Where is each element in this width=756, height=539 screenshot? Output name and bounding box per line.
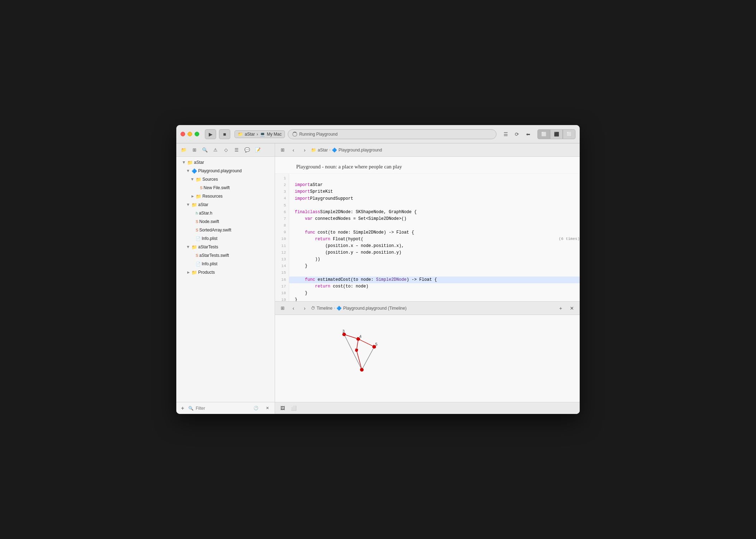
code-line: func cost(to node: Simple2DNode) -> Floa… xyxy=(289,229,580,236)
sidebar: 📁 ⊞ 🔍 ⚠ ◇ ☰ 💬 📝 ▶ 📁 aStar ▶ xyxy=(176,143,275,414)
line-number: 11 xyxy=(275,243,289,249)
filter-input[interactable] xyxy=(196,406,249,411)
maximize-button[interactable] xyxy=(195,132,199,136)
list-icon[interactable]: ☰ xyxy=(501,129,511,139)
sidebar-item-astar-h[interactable]: ▶ h aStar.h xyxy=(176,209,275,217)
breadcrumb-timeline-playground[interactable]: 🔷 Playground.playground (Timeline) xyxy=(336,306,407,311)
sidebar-item-label: aStar xyxy=(194,160,204,165)
timeline-toolbar: ⊞ ‹ › ⏱ Timeline › 🔷 Playground.playgrou… xyxy=(275,302,580,315)
editor-area: ⊞ ‹ › 📁 aStar › 🔷 Playground.playground xyxy=(275,143,580,414)
folder-small-icon: 📁 xyxy=(311,148,316,153)
folder-icon: 📁 xyxy=(196,194,201,199)
arrow-icon: ▶ xyxy=(186,203,190,207)
stop-button[interactable]: ■ xyxy=(219,129,230,139)
line-number: 6 xyxy=(275,209,289,216)
square-view-button[interactable]: ⬜ xyxy=(289,404,298,413)
code-line: } xyxy=(289,263,580,270)
sidebar-item-newfile[interactable]: ▶ S New File.swift xyxy=(176,184,275,192)
sidebar-item-label: SortedArray.swift xyxy=(199,228,231,233)
forward-timeline-icon[interactable]: › xyxy=(300,303,310,313)
svg-point-12 xyxy=(355,349,358,352)
playground-icon: 🔷 xyxy=(336,306,342,311)
filter-icon: 🔍 xyxy=(188,406,194,411)
close-button[interactable] xyxy=(181,132,185,136)
arrow-icon: ▶ xyxy=(190,177,195,181)
titlebar: ▶ ■ 📁 aStar › 💻 My Mac Running Playgroun… xyxy=(176,125,580,143)
sidebar-item-label: New File.swift xyxy=(203,185,230,190)
header-file-icon: h xyxy=(196,211,198,215)
clock-icon[interactable]: 🕐 xyxy=(251,404,261,413)
sidebar-item-astar-tests[interactable]: ▶ 📁 aStarTests xyxy=(176,243,275,251)
svg-line-1 xyxy=(362,347,374,370)
breadcrumb-astar[interactable]: 📁 aStar xyxy=(311,148,328,153)
code-line xyxy=(289,270,580,277)
titlebar-right-controls: ☰ ⟳ ⬅ xyxy=(501,129,533,139)
sidebar-note-icon[interactable]: 📝 xyxy=(253,145,262,155)
sidebar-item-label: aStar xyxy=(198,202,208,207)
image-view-button[interactable]: 🖼 xyxy=(278,404,287,413)
view-right-button[interactable]: ⬜ xyxy=(563,129,575,139)
sidebar-item-sorted-array[interactable]: ▶ S SortedArray.swift xyxy=(176,226,275,234)
back-icon[interactable]: ⬅ xyxy=(523,129,533,139)
minimize-button[interactable] xyxy=(188,132,192,136)
run-button[interactable]: ▶ xyxy=(205,129,216,139)
breadcrumb-timeline[interactable]: ⏱ Timeline xyxy=(311,306,333,311)
main-content: 📁 ⊞ 🔍 ⚠ ◇ ☰ 💬 📝 ▶ 📁 aStar ▶ xyxy=(176,143,580,414)
code-line: )) xyxy=(289,256,580,263)
scheme-selector[interactable]: 📁 aStar › 💻 My Mac xyxy=(234,130,285,138)
code-line: } xyxy=(289,290,580,297)
editor-header-text: Playground - noun: a place where people … xyxy=(275,157,580,174)
sidebar-item-sources[interactable]: ▶ 📁 Sources xyxy=(176,175,275,184)
back-editor-icon[interactable]: ‹ xyxy=(288,145,298,155)
view-center-button[interactable]: ⬛ xyxy=(550,129,563,139)
back-timeline-icon[interactable]: ‹ xyxy=(288,303,298,313)
grid-view-icon[interactable]: ⊞ xyxy=(278,145,287,155)
editor-breadcrumb: 📁 aStar › 🔷 Playground.playground xyxy=(311,148,382,153)
sidebar-item-products[interactable]: ▶ 📁 Products xyxy=(176,268,275,277)
arrow-icon: ▶ xyxy=(186,270,190,274)
timeline-content: 3 4 5 xyxy=(275,315,580,402)
close-pane-icon[interactable]: ✕ xyxy=(567,303,577,313)
sidebar-item-info-plist2[interactable]: ▶ 📄 Info.plist xyxy=(176,260,275,268)
add-pane-icon[interactable]: + xyxy=(556,303,566,313)
sidebar-item-node-swift[interactable]: ▶ S Node.swift xyxy=(176,217,275,226)
refresh-icon[interactable]: ⟳ xyxy=(512,129,522,139)
sidebar-bubble-icon[interactable]: 💬 xyxy=(243,145,252,155)
sidebar-diamond-icon[interactable]: ◇ xyxy=(221,145,231,155)
svg-line-3 xyxy=(358,339,374,347)
sidebar-list-icon[interactable]: ☰ xyxy=(232,145,241,155)
code-line: var connectedNodes = Set<Simple2DNode>() xyxy=(289,216,580,222)
sidebar-folder-icon[interactable]: 📁 xyxy=(179,145,188,155)
svg-text:5: 5 xyxy=(375,342,377,346)
scheme-name: aStar xyxy=(245,132,255,137)
x-icon[interactable]: ✕ xyxy=(263,404,272,413)
breadcrumb-text: Playground.playground xyxy=(339,148,382,153)
sidebar-item-astar-root[interactable]: ▶ 📁 aStar xyxy=(176,158,275,167)
sidebar-item-resources[interactable]: ▶ 📁 Resources xyxy=(176,192,275,200)
sidebar-item-astar-group[interactable]: ▶ 📁 aStar xyxy=(176,200,275,209)
code-line: import PlaygroundSupport xyxy=(289,196,580,202)
editor-toolbar: ⊞ ‹ › 📁 aStar › 🔷 Playground.playground xyxy=(275,143,580,157)
code-editor[interactable]: Playground - noun: a place where people … xyxy=(275,157,580,301)
breadcrumb-playground[interactable]: 🔷 Playground.playground xyxy=(332,148,382,153)
sidebar-search-icon[interactable]: 🔍 xyxy=(200,145,209,155)
arrow-icon: ▶ xyxy=(182,160,186,165)
sidebar-item-playground[interactable]: ▶ 🔷 Playground.playground xyxy=(176,167,275,175)
sidebar-grid-icon[interactable]: ⊞ xyxy=(190,145,199,155)
sidebar-item-label: aStarTests.swift xyxy=(199,253,229,258)
line-number: 1 xyxy=(275,175,289,182)
folder-icon: 📁 xyxy=(191,244,197,250)
code-line: func estimatedCost(to node: Simple2DNode… xyxy=(289,277,580,283)
sidebar-item-label: Resources xyxy=(202,194,222,199)
view-left-button[interactable]: ⬜ xyxy=(537,129,550,139)
sidebar-item-info-plist[interactable]: ▶ 📄 Info.plist xyxy=(176,234,275,243)
folder-icon: 📁 xyxy=(196,177,201,182)
chevron-right-icon: › xyxy=(257,132,258,137)
grid-view-icon[interactable]: ⊞ xyxy=(278,304,287,313)
forward-editor-icon[interactable]: › xyxy=(300,145,310,155)
code-line xyxy=(289,175,580,182)
sidebar-item-astar-tests-swift[interactable]: ▶ S aStarTests.swift xyxy=(176,251,275,260)
add-button[interactable]: + xyxy=(179,405,186,412)
playground-small-icon: 🔷 xyxy=(332,148,337,153)
sidebar-warning-icon[interactable]: ⚠ xyxy=(211,145,220,155)
